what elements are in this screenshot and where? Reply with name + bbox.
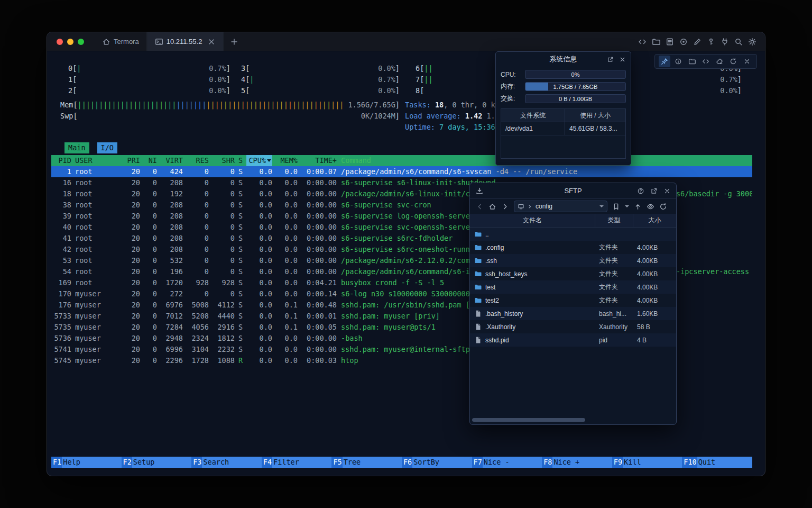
tab-termora[interactable]: Termora xyxy=(95,32,147,51)
column-header-virt[interactable]: VIRT xyxy=(157,155,183,166)
side-toolbar-info-icon[interactable] xyxy=(672,56,684,67)
close-icon[interactable] xyxy=(619,56,626,63)
sftp-file-row-..[interactable]: .. xyxy=(470,228,676,241)
fkey-f10[interactable]: F10Quit xyxy=(682,457,752,468)
sftp-file-row-.bash_history[interactable]: .bash_historybash_hi...1.60KB xyxy=(470,307,676,320)
close-window-button[interactable] xyxy=(57,39,63,45)
htop-tab-i-o[interactable]: I/O xyxy=(97,142,117,153)
fkey-f6[interactable]: F6SortBy xyxy=(402,457,472,468)
side-toolbar-pin-icon[interactable] xyxy=(659,56,670,67)
side-toolbar-close-icon[interactable] xyxy=(741,56,753,67)
side-toolbar-eraser-icon[interactable] xyxy=(714,56,725,67)
file-name: .Xauthority xyxy=(470,323,595,331)
up-icon[interactable] xyxy=(634,203,642,211)
column-header-pri[interactable]: PRI xyxy=(124,155,140,166)
fs-name: /dev/vda1 xyxy=(501,122,565,135)
caret-down-icon[interactable] xyxy=(625,205,629,207)
sftp-file-row-.Xauthority[interactable]: .XauthorityXauthority58 B xyxy=(470,320,676,333)
folder-solid-icon xyxy=(474,230,482,238)
file-type: bash_hi... xyxy=(595,310,633,318)
plus-icon xyxy=(230,38,238,46)
plug-icon[interactable] xyxy=(721,38,729,46)
sftp-file-row-test2[interactable]: test2文件夹4.00KB xyxy=(470,294,676,307)
settings-icon[interactable] xyxy=(748,38,756,46)
fkey-f1[interactable]: F1Help xyxy=(51,457,122,468)
memory-meter-line: Mem[||||||||||||||||||||||||||||||||||||… xyxy=(51,99,762,111)
file-size: 4 B xyxy=(633,337,676,344)
close-icon[interactable] xyxy=(663,187,671,195)
tab-bar: Termora10.211.55.2 xyxy=(47,32,765,51)
column-header-s[interactable]: S xyxy=(235,155,246,166)
external-icon[interactable] xyxy=(607,56,614,63)
sftp-file-row-test[interactable]: test文件夹4.00KB xyxy=(470,280,676,294)
fs-column-header: 使用 / 大小 xyxy=(565,109,625,122)
search-icon[interactable] xyxy=(734,38,743,46)
file-name: ssh_host_keys xyxy=(470,270,595,278)
column-header-ni[interactable]: NI xyxy=(140,155,157,166)
path-selector[interactable]: config xyxy=(514,201,607,212)
back-icon[interactable] xyxy=(476,203,484,211)
fkey-f9[interactable]: F9Kill xyxy=(612,457,682,468)
tab-10-211-55-2[interactable]: 10.211.55.2 xyxy=(147,32,224,51)
sysinfo-meter-value: 0% xyxy=(525,70,625,78)
help-icon[interactable] xyxy=(637,187,644,195)
column-header-mem[interactable]: MEM% xyxy=(272,155,298,166)
log-icon[interactable] xyxy=(666,38,674,46)
fkey-f5[interactable]: F5Tree xyxy=(331,457,402,468)
sftp-horizontal-scrollbar[interactable] xyxy=(472,418,585,422)
external-icon[interactable] xyxy=(650,187,658,195)
current-path: config xyxy=(536,203,552,210)
side-toolbar-refresh-icon[interactable] xyxy=(727,56,739,67)
sftp-column-header-size[interactable]: 大小 xyxy=(633,214,676,227)
file-size: 4.00KB xyxy=(633,244,676,251)
bookmark-icon[interactable] xyxy=(612,203,620,211)
file-name: .ssh xyxy=(470,257,595,265)
forward-icon[interactable] xyxy=(501,203,509,211)
folder-icon[interactable] xyxy=(652,38,660,46)
sftp-file-row-.ssh[interactable]: .ssh文件夹4.00KB xyxy=(470,254,676,267)
column-header-time[interactable]: TIME+ xyxy=(298,155,337,166)
fs-row[interactable]: /dev/vda145.61GB / 58.3... xyxy=(501,122,625,135)
new-tab-button[interactable] xyxy=(224,32,245,51)
eye-icon[interactable] xyxy=(647,203,654,211)
file-name: test xyxy=(470,283,595,291)
fkey-f8[interactable]: F8Nice + xyxy=(542,457,612,468)
sftp-column-header-type[interactable]: 类型 xyxy=(595,214,633,227)
info-icon xyxy=(675,58,682,65)
file-size: 4.00KB xyxy=(633,297,676,304)
sftp-column-header-name[interactable]: 文件名 xyxy=(470,214,595,227)
edit-icon[interactable] xyxy=(693,38,702,46)
process-row-1[interactable]: 1root20042400S0.00.00:00.07/package/admi… xyxy=(51,166,752,177)
sftp-file-row-ssh_host_keys[interactable]: ssh_host_keys文件夹4.00KB xyxy=(470,267,676,280)
fkey-f3[interactable]: F3Search xyxy=(191,457,262,468)
sysinfo-meter-bar: 0 B / 1.00GB xyxy=(525,94,626,103)
refresh-icon xyxy=(730,58,737,65)
code-icon[interactable] xyxy=(638,38,647,46)
htop-tab-main[interactable]: Main xyxy=(64,142,89,153)
key-icon[interactable] xyxy=(707,38,715,46)
column-header-shr[interactable]: SHR xyxy=(209,155,235,166)
column-header-pid[interactable]: PID xyxy=(51,155,71,166)
file-type: 文件夹 xyxy=(595,269,633,278)
minimize-window-button[interactable] xyxy=(67,39,73,45)
system-info-meters: CPU:0%内存:1.75GB / 7.65GB交换:0 B / 1.00GB xyxy=(496,70,631,103)
column-header-res[interactable]: RES xyxy=(183,155,209,166)
sftp-file-row-.config[interactable]: .config文件夹4.00KB xyxy=(470,241,676,254)
sftp-file-row-sshd.pid[interactable]: sshd.pidpid4 B xyxy=(470,333,676,347)
zoom-window-button[interactable] xyxy=(78,39,84,45)
side-toolbar-code-icon[interactable] xyxy=(700,56,712,67)
fkey-f7[interactable]: F7Nice - xyxy=(472,457,542,468)
sysinfo-meter-bar: 0% xyxy=(525,70,626,79)
file-name: .. xyxy=(470,230,595,238)
fs-usage: 45.61GB / 58.3... xyxy=(565,122,625,135)
sysinfo-meter-label: CPU: xyxy=(501,71,522,78)
fkey-f4[interactable]: F4Filter xyxy=(262,457,332,468)
close-icon[interactable] xyxy=(207,38,216,46)
home-icon[interactable] xyxy=(488,203,496,211)
column-header-user[interactable]: USER xyxy=(71,155,124,166)
refresh-icon[interactable] xyxy=(659,203,667,211)
fkey-f2[interactable]: F2Setup xyxy=(122,457,192,468)
column-header-cpu[interactable]: CPU% xyxy=(246,155,272,166)
side-toolbar-folder-icon[interactable] xyxy=(686,56,698,67)
record-icon[interactable] xyxy=(679,38,688,46)
